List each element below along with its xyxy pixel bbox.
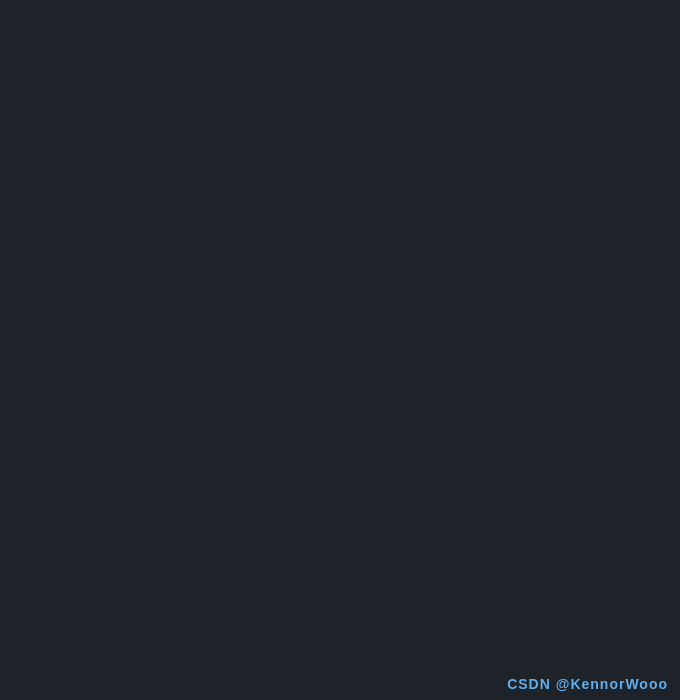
watermark-text: CSDN @KennorWooo xyxy=(507,676,668,692)
code-editor: CSDN @KennorWooo xyxy=(0,0,680,700)
